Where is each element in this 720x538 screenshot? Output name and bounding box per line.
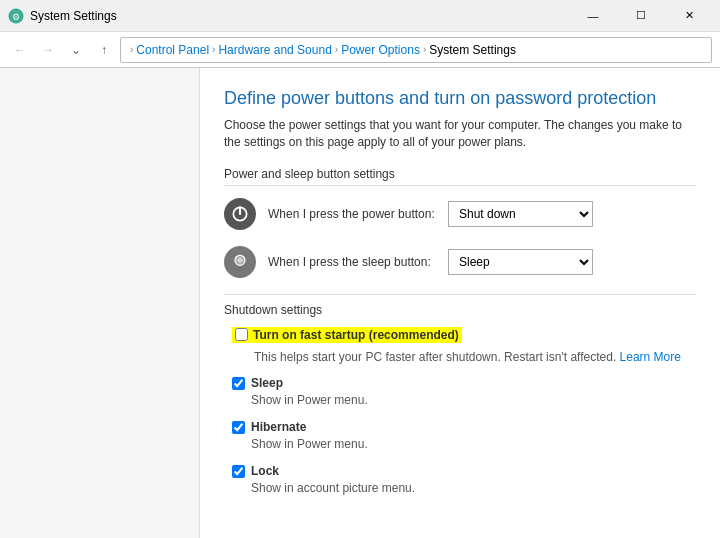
title-bar: ⚙ System Settings — ☐ ✕ <box>0 0 720 32</box>
page-title: Define power buttons and turn on passwor… <box>224 88 696 109</box>
hibernate-content: Hibernate Show in Power menu. <box>251 420 368 453</box>
sleep-button-label: When I press the sleep button: <box>268 255 448 269</box>
fast-startup-item: Turn on fast startup (recommended) <box>224 327 696 343</box>
power-icon <box>224 198 256 230</box>
svg-point-4 <box>238 257 243 262</box>
breadcrumb-current: System Settings <box>429 43 516 57</box>
breadcrumb-separator-3: › <box>423 44 426 55</box>
hibernate-item-description: Show in Power menu. <box>251 436 368 453</box>
address-bar: ← → ⌄ ↑ › Control Panel › Hardware and S… <box>0 32 720 68</box>
breadcrumb-hardware-sound[interactable]: Hardware and Sound <box>218 43 331 57</box>
sleep-item-description: Show in Power menu. <box>251 392 368 409</box>
power-sleep-section-header: Power and sleep button settings <box>224 167 696 186</box>
sleep-button-row: When I press the sleep button: Sleep Shu… <box>224 242 696 282</box>
hibernate-item-label: Hibernate <box>251 420 368 434</box>
main-container: Define power buttons and turn on passwor… <box>0 68 720 538</box>
hibernate-checkbox-wrapper: Hibernate Show in Power menu. <box>232 420 368 453</box>
sleep-button-dropdown[interactable]: Sleep Shut down Hibernate Do nothing Tur… <box>448 249 593 275</box>
section-divider <box>224 294 696 295</box>
breadcrumb-separator-0: › <box>130 44 133 55</box>
sleep-content: Sleep Show in Power menu. <box>251 376 368 409</box>
window-controls: — ☐ ✕ <box>570 0 712 32</box>
lock-content: Lock Show in account picture menu. <box>251 464 415 497</box>
learn-more-link[interactable]: Learn More <box>620 350 681 364</box>
hibernate-checkbox[interactable] <box>232 421 245 434</box>
shutdown-section-header: Shutdown settings <box>224 303 696 317</box>
recent-locations-button[interactable]: ⌄ <box>64 38 88 62</box>
breadcrumb-separator-2: › <box>335 44 338 55</box>
lock-checkbox-wrapper: Lock Show in account picture menu. <box>232 464 415 497</box>
lock-item-label: Lock <box>251 464 415 478</box>
maximize-button[interactable]: ☐ <box>618 0 664 32</box>
lock-item-description: Show in account picture menu. <box>251 480 415 497</box>
page-description: Choose the power settings that you want … <box>224 117 696 151</box>
fast-startup-label: Turn on fast startup (recommended) <box>253 328 459 342</box>
lock-checkbox[interactable] <box>232 465 245 478</box>
breadcrumb-control-panel[interactable]: Control Panel <box>136 43 209 57</box>
fast-startup-description: This helps start your PC faster after sh… <box>254 350 681 364</box>
power-button-row: When I press the power button: Shut down… <box>224 194 696 234</box>
minimize-button[interactable]: — <box>570 0 616 32</box>
content-area: Define power buttons and turn on passwor… <box>200 68 720 538</box>
power-button-label: When I press the power button: <box>268 207 448 221</box>
svg-text:⚙: ⚙ <box>12 12 20 22</box>
forward-button[interactable]: → <box>36 38 60 62</box>
sleep-checkbox-wrapper: Sleep Show in Power menu. <box>232 376 368 409</box>
left-nav <box>0 68 200 538</box>
app-icon: ⚙ <box>8 8 24 24</box>
up-button[interactable]: ↑ <box>92 38 116 62</box>
fast-startup-description-row: This helps start your PC faster after sh… <box>224 349 696 366</box>
breadcrumb-separator-1: › <box>212 44 215 55</box>
breadcrumb: › Control Panel › Hardware and Sound › P… <box>120 37 712 63</box>
window-title: System Settings <box>30 9 117 23</box>
hibernate-item: Hibernate Show in Power menu. <box>224 419 696 453</box>
close-button[interactable]: ✕ <box>666 0 712 32</box>
lock-item: Lock Show in account picture menu. <box>224 463 696 497</box>
power-button-dropdown[interactable]: Shut down Sleep Hibernate Do nothing Tur… <box>448 201 593 227</box>
sleep-icon <box>224 246 256 278</box>
sleep-item-label: Sleep <box>251 376 368 390</box>
sleep-checkbox[interactable] <box>232 377 245 390</box>
breadcrumb-power-options[interactable]: Power Options <box>341 43 420 57</box>
fast-startup-highlighted: Turn on fast startup (recommended) <box>232 327 462 343</box>
fast-startup-checkbox[interactable] <box>235 328 248 341</box>
back-button[interactable]: ← <box>8 38 32 62</box>
sleep-item: Sleep Show in Power menu. <box>224 375 696 409</box>
